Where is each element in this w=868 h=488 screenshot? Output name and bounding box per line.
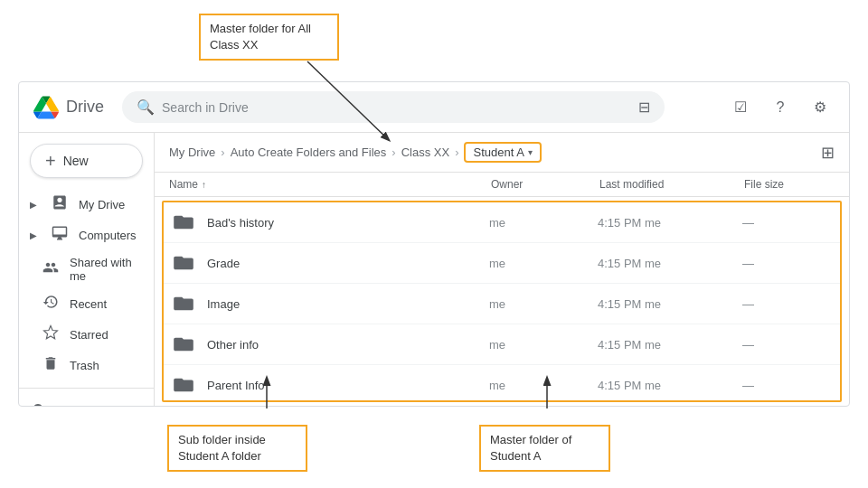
feedback-icon: ☑ <box>734 99 747 116</box>
col-owner-label: Owner <box>491 178 523 191</box>
table-row[interactable]: Image me 4:15 PM me — <box>164 284 840 324</box>
file-owner: me <box>489 338 598 352</box>
col-name-label: Name <box>169 178 198 191</box>
file-icon <box>171 291 196 316</box>
file-list-header: Name ↑ Owner Last modified File size <box>155 172 849 197</box>
col-size-header: File size <box>744 178 835 191</box>
trash-icon <box>42 355 59 375</box>
file-owner: me <box>489 257 598 270</box>
file-list: Bad's history me 4:15 PM me — Grade me 4… <box>162 201 842 402</box>
breadcrumb-dropdown-icon: ▾ <box>528 147 533 157</box>
search-input[interactable]: Search in Drive <box>162 100 631 115</box>
help-icon: ? <box>777 99 785 116</box>
sidebar-item-my-drive-label: My Drive <box>79 198 125 211</box>
sidebar-item-starred[interactable]: Starred <box>19 319 146 350</box>
col-modified-label: Last modified <box>599 178 664 191</box>
new-button[interactable]: + New <box>30 144 143 178</box>
file-modified: 4:15 PM me <box>598 379 742 392</box>
drive-header: Drive 🔍 Search in Drive ⊟ ☑ ? ⚙ <box>19 82 849 133</box>
drive-body: + New ▶ My Drive ▶ <box>19 133 849 406</box>
breadcrumb-right: ⊞ <box>821 143 835 163</box>
file-owner: me <box>489 297 598 311</box>
expand-arrow-computers-icon: ▶ <box>30 230 37 240</box>
storage-icon <box>30 401 46 406</box>
callout-master-folder: Master folder for All Class XX <box>199 14 339 61</box>
file-size: — <box>742 379 833 392</box>
sidebar-item-recent[interactable]: Recent <box>19 288 146 319</box>
new-button-label: New <box>63 154 89 168</box>
outer-wrapper: Master folder for All Class XX Sub folde… <box>0 0 868 488</box>
table-row[interactable]: Parent Info me 4:15 PM me — <box>164 365 840 402</box>
sidebar-item-storage-label: Storage <box>57 405 99 407</box>
sidebar-item-my-drive[interactable]: ▶ My Drive <box>19 189 146 220</box>
callout-sub-folder-text: Sub folder inside Student A folder <box>178 433 266 463</box>
file-name: Other info <box>207 338 489 352</box>
sidebar-item-shared[interactable]: Shared with me <box>19 250 146 288</box>
drive-container: Drive 🔍 Search in Drive ⊟ ☑ ? ⚙ <box>18 81 850 407</box>
shared-icon <box>42 259 59 279</box>
file-owner: me <box>489 216 598 230</box>
file-modified: 4:15 PM me <box>598 338 742 352</box>
file-icon <box>171 332 196 357</box>
file-size: — <box>742 216 833 230</box>
drive-logo: Drive <box>33 95 104 120</box>
breadcrumb: My Drive › Auto Create Folders and Files… <box>155 133 849 172</box>
col-name-header[interactable]: Name ↑ <box>169 178 491 191</box>
breadcrumb-auto-create[interactable]: Auto Create Folders and Files <box>231 145 387 159</box>
file-size: — <box>742 338 833 352</box>
sidebar-item-recent-label: Recent <box>70 297 107 311</box>
search-icon: 🔍 <box>137 99 155 116</box>
callout-sub-folder: Sub folder inside Student A folder <box>167 425 307 472</box>
header-right-icons: ☑ ? ⚙ <box>712 93 835 122</box>
callout-master-student-text: Master folder of Student A <box>490 433 571 463</box>
file-name: Image <box>207 297 489 311</box>
settings-icon: ⚙ <box>814 99 826 116</box>
col-modified-header: Last modified <box>599 178 744 191</box>
sidebar-item-computers-label: Computers <box>79 229 137 242</box>
sidebar-item-starred-label: Starred <box>70 328 108 342</box>
expand-arrow-icon: ▶ <box>30 200 37 210</box>
callout-master-student: Master folder of Student A <box>479 425 610 472</box>
sidebar-item-storage[interactable]: Storage <box>19 396 146 406</box>
search-bar[interactable]: 🔍 Search in Drive ⊟ <box>122 91 665 123</box>
file-modified: 4:15 PM me <box>598 216 742 230</box>
file-size: — <box>742 297 833 311</box>
col-owner-header: Owner <box>491 178 599 191</box>
sidebar-item-trash[interactable]: Trash <box>19 350 146 380</box>
sidebar-item-trash-label: Trash <box>70 359 99 372</box>
table-row[interactable]: Other info me 4:15 PM me — <box>164 324 840 365</box>
recent-icon <box>42 294 59 314</box>
grid-view-icon[interactable]: ⊞ <box>821 144 835 162</box>
my-drive-icon <box>52 194 68 214</box>
file-icon <box>171 210 196 235</box>
file-name: Parent Info <box>207 379 489 392</box>
help-button[interactable]: ? <box>766 93 795 122</box>
breadcrumb-current-folder[interactable]: Student A ▾ <box>464 142 541 163</box>
sidebar: + New ▶ My Drive ▶ <box>19 133 155 406</box>
app-title: Drive <box>66 98 104 117</box>
table-row[interactable]: Grade me 4:15 PM me — <box>164 243 840 284</box>
sidebar-item-computers[interactable]: ▶ Computers <box>19 220 146 250</box>
breadcrumb-current-label: Student A <box>473 145 524 159</box>
breadcrumb-sep-1: › <box>221 145 224 159</box>
file-icon <box>171 372 196 398</box>
file-name: Bad's history <box>207 216 489 230</box>
breadcrumb-sep-2: › <box>392 145 395 159</box>
breadcrumb-my-drive[interactable]: My Drive <box>169 145 215 159</box>
table-row[interactable]: Bad's history me 4:15 PM me — <box>164 202 840 243</box>
breadcrumb-class-xx[interactable]: Class XX <box>401 145 449 159</box>
file-modified: 4:15 PM me <box>598 257 742 270</box>
file-name: Grade <box>207 257 489 270</box>
starred-icon <box>42 324 59 344</box>
file-icon <box>171 250 196 276</box>
breadcrumb-sep-3: › <box>455 145 458 159</box>
settings-button[interactable]: ⚙ <box>806 93 835 122</box>
col-size-label: File size <box>744 178 784 191</box>
file-modified: 4:15 PM me <box>598 297 742 311</box>
computers-icon <box>52 225 68 245</box>
plus-icon: + <box>45 152 56 170</box>
sidebar-item-shared-label: Shared with me <box>70 256 136 283</box>
feedback-button[interactable]: ☑ <box>726 93 755 122</box>
main-content: My Drive › Auto Create Folders and Files… <box>155 133 849 406</box>
tune-icon: ⊟ <box>638 99 650 116</box>
